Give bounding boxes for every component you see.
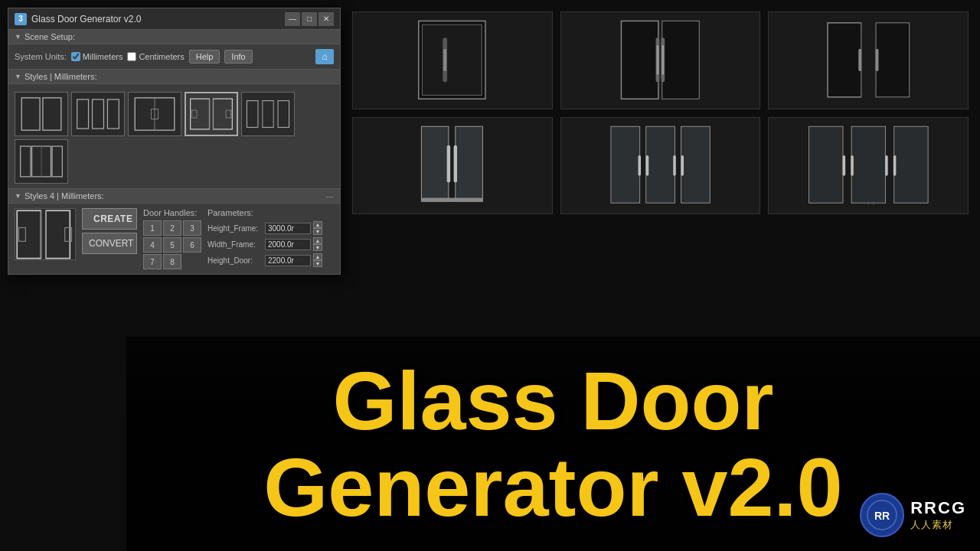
title-line1: Glass Door <box>263 357 842 444</box>
param-height-frame-label: Height_Frame: <box>207 224 263 233</box>
scene-setup-content: System Units: Millimeters Centimeters He… <box>8 44 340 70</box>
param-height-door-label: Height_Door: <box>207 256 263 265</box>
svg-rect-31 <box>842 155 845 176</box>
style-thumb-5[interactable] <box>241 92 295 136</box>
styles-arrow: ▼ <box>15 73 21 80</box>
door-preview-3 <box>768 11 969 109</box>
door-preview-2 <box>560 11 761 109</box>
svg-rect-57 <box>278 101 289 128</box>
millimeters-checkbox-item[interactable]: Millimeters <box>71 52 123 61</box>
svg-rect-26 <box>673 155 676 176</box>
style-thumb-3[interactable] <box>128 92 181 136</box>
style-thumb-4[interactable] <box>185 92 238 136</box>
create-button[interactable]: CREATE <box>82 208 137 230</box>
title-overlay: Glass Door Generator v2.0 <box>126 337 980 551</box>
svg-rect-27 <box>681 155 684 176</box>
spin-up-1[interactable]: ▲ <box>313 221 322 228</box>
handle-grid: 1 2 3 4 5 6 7 8 <box>143 220 201 269</box>
style-thumbnails <box>15 92 334 136</box>
scene-setup-header: ▼ Scene Setup: <box>8 30 340 44</box>
params-column: Parameters: Height_Frame: ▲ ▼ Width_Fram… <box>207 208 334 269</box>
info-button[interactable]: Info <box>224 50 252 64</box>
svg-rect-34 <box>893 155 897 176</box>
spin-down-3[interactable]: ▼ <box>313 260 322 267</box>
svg-rect-10 <box>828 23 861 97</box>
svg-rect-7 <box>657 45 659 75</box>
create-convert-column: CREATE CONVERT <box>82 208 137 269</box>
bottom-section-label: Styles 4 | Millimeters: <box>24 191 104 201</box>
handles-column: Door Handles: 1 2 3 4 5 6 7 8 <box>143 208 201 269</box>
svg-rect-9 <box>662 45 664 75</box>
svg-rect-67 <box>46 210 70 258</box>
scene-setup-label: Scene Setup: <box>24 32 75 41</box>
handle-btn-4[interactable]: 4 <box>143 237 162 253</box>
svg-rect-24 <box>639 155 642 176</box>
param-width-frame-spinner: ▲ ▼ <box>313 237 322 251</box>
svg-rect-64 <box>52 146 62 177</box>
svg-rect-39 <box>21 98 40 130</box>
bottom-controls: CREATE CONVERT Door Handles: 1 2 3 4 5 6… <box>8 204 340 274</box>
window-title-text: Glass Door Generator v2.0 <box>31 14 285 24</box>
svg-rect-1 <box>423 25 482 96</box>
bottom-section-header: ▼ Styles 4 | Millimeters: — <box>8 189 340 204</box>
door-preview-4 <box>352 117 553 215</box>
param-row-height-frame: Height_Frame: ▲ ▼ <box>207 221 334 235</box>
spin-up-2[interactable]: ▲ <box>313 237 322 244</box>
millimeters-checkbox[interactable] <box>71 52 80 61</box>
param-row-width-frame: Width_Frame: ▲ ▼ <box>207 237 334 251</box>
close-button[interactable]: ✕ <box>318 12 334 26</box>
bottom-arrow: ▼ <box>15 192 21 200</box>
svg-text:RR: RR <box>874 510 890 522</box>
param-height-door-input[interactable] <box>265 255 311 266</box>
styles-section-header: ▼ Styles | Millimeters: <box>8 70 340 84</box>
convert-button[interactable]: CONVERT <box>82 233 137 254</box>
svg-rect-54 <box>226 110 231 118</box>
help-button[interactable]: Help <box>189 50 220 64</box>
svg-rect-4 <box>622 21 658 99</box>
spin-down-2[interactable]: ▼ <box>313 244 322 251</box>
svg-rect-70 <box>18 227 25 241</box>
minimize-button[interactable]: — <box>285 12 300 26</box>
main-title: Glass Door Generator v2.0 <box>263 357 842 531</box>
millimeters-label: Millimeters <box>83 52 123 61</box>
handle-btn-8[interactable]: 8 <box>163 254 181 269</box>
centimeters-checkbox[interactable] <box>127 52 136 61</box>
spin-up-3[interactable]: ▲ <box>313 253 322 260</box>
svg-rect-25 <box>646 155 649 176</box>
door-preview-6 <box>768 117 969 215</box>
centimeters-checkbox-item[interactable]: Centimeters <box>127 52 184 61</box>
param-height-frame-input[interactable] <box>265 223 311 234</box>
spin-down-1[interactable]: ▼ <box>313 228 322 235</box>
handle-btn-1[interactable]: 1 <box>143 220 162 236</box>
params-label: Parameters: <box>207 208 334 217</box>
plugin-window: 3 Glass Door Generator v2.0 — □ ✕ ▼ Scen… <box>8 8 341 275</box>
param-height-frame-spinner: ▲ ▼ <box>313 221 322 235</box>
scene-setup-arrow: ▼ <box>15 33 21 41</box>
style-thumbnails-row2 <box>15 139 334 184</box>
window-app-icon: 3 <box>15 13 27 25</box>
svg-rect-18 <box>447 145 450 183</box>
param-height-door-spinner: ▲ ▼ <box>313 253 322 267</box>
maximize-button[interactable]: □ <box>302 12 317 26</box>
rrcg-sub: 人人素材 <box>910 518 966 532</box>
svg-rect-30 <box>893 126 927 203</box>
svg-rect-53 <box>191 110 197 118</box>
home-button[interactable]: ⌂ <box>315 49 334 64</box>
handle-btn-7[interactable]: 7 <box>143 254 162 269</box>
svg-rect-19 <box>454 145 457 183</box>
handle-btn-5[interactable]: 5 <box>163 237 181 253</box>
style-thumb-2[interactable] <box>71 92 125 136</box>
svg-rect-56 <box>263 101 274 128</box>
handle-btn-2[interactable]: 2 <box>163 220 181 236</box>
handle-btn-6[interactable]: 6 <box>183 237 201 253</box>
svg-rect-5 <box>662 21 699 99</box>
rrcg-text-block: RRCG 人人素材 <box>910 498 966 532</box>
handle-btn-3[interactable]: 3 <box>183 220 201 236</box>
svg-point-36 <box>872 201 875 204</box>
style-thumb-6[interactable] <box>15 139 68 184</box>
handles-label: Door Handles: <box>143 208 201 217</box>
system-units-label: System Units: <box>15 52 67 61</box>
style-thumb-1[interactable] <box>15 92 68 136</box>
svg-rect-55 <box>247 101 258 128</box>
param-width-frame-input[interactable] <box>265 239 311 250</box>
